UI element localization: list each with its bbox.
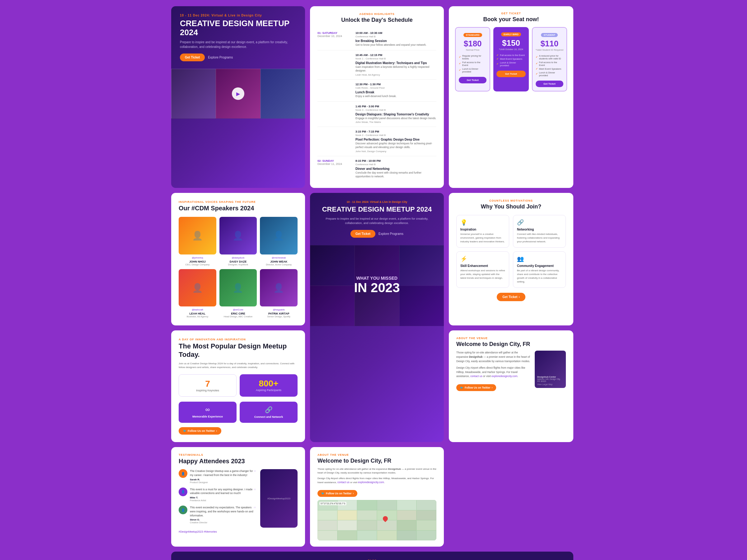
map-cell: [357, 510, 377, 521]
ticket-btn[interactable]: Get Ticket: [459, 77, 487, 83]
speaker-avatar: 👤: [179, 269, 216, 307]
test-quote: This event is a must for any aspiring de…: [190, 487, 256, 496]
venue-explore-link[interactable]: exploredesigncity.com: [491, 375, 517, 378]
speaker-name: ERIC CIRE: [220, 312, 257, 315]
connect-icon: 🔗: [244, 406, 293, 414]
map-cell: [357, 520, 377, 530]
speaker-name: DAISY DAZE: [220, 260, 257, 263]
map-cell: [317, 520, 337, 530]
why-join-card: COUNTLESS MOTIVATIONS Why You Should Joi…: [449, 193, 573, 325]
agenda-session-col: 3:15 PM - 7:15 PM Nook 2 - Conference Ha…: [356, 130, 436, 153]
speaker-item: 👤 @leahcraft LEAH HEAL Illustrator, Ad A…: [179, 269, 216, 318]
venue-follow-btn[interactable]: 🐦 Follow Us on Twitter ›: [456, 384, 496, 391]
ticket-feature: Lunch & Dinner provided: [459, 67, 487, 74]
keynotes-label: Inspiring Keynotes: [183, 389, 232, 392]
keynotes-stat: 7 Inspiring Keynotes: [179, 374, 236, 397]
arrow-right-icon: ›: [353, 492, 354, 495]
ticket-feature: Full access to the Event: [536, 60, 563, 67]
speaker-item: 👤 @eriCcire ERIC CIRE Head Design, ABC C…: [220, 269, 257, 318]
stats-follow-btn[interactable]: 🐦 Follow Us on Twitter ›: [179, 427, 221, 435]
hero-date: 10 - 11 Dec 2024: Virtual & Live in Desi…: [180, 14, 296, 17]
quote-mark: ": [254, 506, 256, 513]
faq-card: FAQS Common Inquiries: [171, 552, 573, 560]
agenda-day-col: [317, 105, 352, 124]
ticket-feature: Meet Event Speakers: [536, 67, 563, 71]
agenda-title: Unlock the Day's Schedule: [317, 17, 436, 23]
why-item-title: Skill Enhancement: [460, 264, 505, 268]
agenda-day-col: 01: SATURDAY December 10, 2024: [317, 31, 352, 47]
ticket-btn[interactable]: Get Ticket: [536, 81, 563, 87]
ticket-note: Normal Price: [459, 49, 487, 51]
hero-explore-btn[interactable]: Explore Programs: [208, 56, 233, 59]
center-hero-video: WHAT YOU MISSED IN 2023: [310, 245, 444, 326]
stats-card: A DAY OF INNOVATION AND INSPIRATION The …: [171, 330, 305, 442]
quote-mark: ": [254, 469, 256, 476]
why-title: Why You Should Join?: [456, 204, 566, 210]
speaker-avatar-icon: 👤: [273, 283, 284, 293]
speaker-role: Head Design, ABC Creative: [220, 315, 257, 318]
venue-title: Welcome to Design City, FR: [456, 341, 566, 348]
venue-map-follow-btn[interactable]: 🐦 Follow Us on Twitter ›: [317, 490, 357, 497]
agenda-row: 02: SUNDAY December 11, 2024 8:15 PM - 1…: [317, 156, 436, 182]
ticket-price: $180: [459, 39, 487, 49]
map-cell: [416, 510, 436, 521]
center-hero-subtitle: Prepare to inspire and be inspired at ou…: [317, 216, 436, 225]
test-role: Freelance Artist: [190, 499, 256, 502]
stats-title: The Most Popular Design Meetup Today.: [179, 342, 298, 359]
venue-contact-link[interactable]: contact us: [470, 375, 483, 378]
test-body: " This event exceeded my expectations. T…: [190, 506, 256, 524]
map-cell: [397, 530, 417, 541]
speakers-tag: INSPIRATIONAL VOICES SHAPING THE FUTURE: [179, 201, 298, 204]
why-item-title: Community Engagement: [517, 264, 562, 268]
speaker-twitter: @heypatrik: [260, 308, 298, 311]
agenda-day-col: [317, 130, 352, 153]
speaker-avatar: 👤: [220, 217, 257, 255]
speakers-card: INSPIRATIONAL VOICES SHAPING THE FUTURE …: [171, 193, 305, 325]
view-larger-link[interactable]: View Larger Map: [537, 383, 563, 385]
map-cell: [377, 520, 397, 530]
agenda-row: 01: SATURDAY December 10, 2024 10:00 AM …: [317, 28, 436, 50]
speaker-avatar: 👤: [260, 269, 298, 307]
play-button[interactable]: ▶: [232, 87, 244, 100]
vbg-3: [399, 245, 444, 286]
venue-map-explore-link[interactable]: exploredesigncity.com: [358, 481, 384, 484]
speaker-role: Senior Design, Spotify: [260, 315, 298, 318]
test-avatar: 👤: [179, 506, 187, 514]
venue-map-tag: ABOUT THE VENUE: [317, 453, 436, 456]
ticket-btn[interactable]: Get Ticket: [496, 71, 525, 77]
testimonial-item: 👤 " This event exceeded my expectations.…: [179, 506, 256, 524]
speaker-avatar-icon: 👤: [192, 283, 203, 293]
test-role: Product Designer: [190, 481, 256, 484]
agenda-row: 10:45 AM - 12:15 PM Nook 1 - Conference …: [317, 50, 436, 80]
why-tag: COUNTLESS MOTIVATIONS: [456, 199, 566, 202]
map-cell: [357, 500, 377, 510]
agenda-venue: Nook 1 - Conference Hall B: [356, 57, 436, 60]
agenda-speaker: Leah Heal, Ad Agency: [356, 74, 436, 76]
ticket-option: STANDARD $180 Normal Price Regular prici…: [455, 27, 490, 91]
speaker-role: Designer, KopWork: [220, 263, 257, 266]
hero-img-3: [260, 69, 305, 118]
hero-ticket-btn[interactable]: Get Ticket: [180, 54, 205, 61]
test-body: " This event is a must for any aspiring …: [190, 487, 256, 502]
speakers-title: Our #CDM Speakers 2024: [179, 205, 298, 212]
speaker-avatar: 👤: [220, 269, 257, 307]
test-role: Creative Director: [190, 521, 256, 524]
agenda-session-title: Ice Breaking Session: [356, 39, 436, 43]
agenda-session-title: Lunch Break: [356, 90, 436, 94]
center-hero-ticket-btn[interactable]: Get Ticket: [351, 230, 376, 238]
agenda-venue: Nook 3 - Conference Hall B: [356, 109, 436, 111]
ticket-badge: EARLY BIRD: [501, 32, 521, 36]
ticket-feature: Full access to the Event: [496, 53, 525, 57]
participants-label: Aspiring Participants: [244, 389, 293, 392]
agenda-row: 3:15 PM - 7:15 PM Nook 2 - Conference Ha…: [317, 127, 436, 156]
map-placeholder: 57°27'23.2"N 4°52'35.7"S: [317, 500, 436, 540]
agenda-rows: 01: SATURDAY December 10, 2024 10:00 AM …: [317, 28, 436, 182]
why-item-title: Inspiration: [460, 228, 505, 231]
why-ticket-btn[interactable]: Get Ticket ›: [497, 293, 525, 301]
agenda-day-col: 02: SUNDAY December 11, 2024: [317, 159, 352, 179]
agenda-venue: Cafe Resto - Ground Floor: [356, 86, 436, 89]
agenda-session-col: 10:45 AM - 12:15 PM Nook 1 - Conference …: [356, 54, 436, 76]
speaker-twitter: @daisyduck: [220, 256, 257, 259]
venue-map-contact-link[interactable]: contact us: [337, 481, 350, 484]
center-hero-explore-btn[interactable]: Explore Programs: [379, 230, 403, 238]
